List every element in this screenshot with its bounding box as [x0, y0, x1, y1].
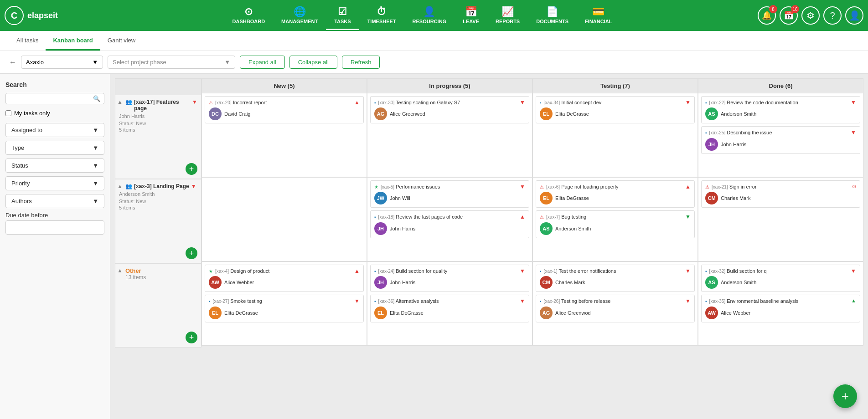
task-xax-20-avatar: DC — [209, 107, 222, 120]
task-xax-6[interactable]: ⚠ [xax-6] Page not loading properly ▲ EL… — [536, 180, 695, 208]
col-done-row1: ▪ [xax-22] Review the code documentation… — [698, 93, 863, 177]
task-xax-4[interactable]: ★ [xax-4] Design of product ▲ AW Alice W… — [205, 265, 364, 292]
task-xax-22-avatar: AS — [705, 107, 718, 120]
collapse-all-button[interactable]: Collapse all — [289, 56, 337, 69]
task-xax-21[interactable]: ⚠ [xax-21] Sign in error ⊙ CM Charles Ma… — [701, 180, 860, 208]
task-xax-1-type-icon: ▪ — [540, 269, 542, 274]
search-icon[interactable]: 🔍 — [93, 95, 100, 102]
due-date-input[interactable] — [5, 220, 104, 235]
tab-gantt-view[interactable]: Gantt view — [100, 31, 143, 51]
logo[interactable]: C elapseit — [5, 6, 87, 25]
group-features-collapse[interactable]: ▲ — [117, 99, 123, 105]
task-xax-35-assignee: Alice Webber — [721, 310, 750, 316]
nav-tasks[interactable]: ☑ TASKS — [326, 1, 359, 30]
task-xax-30-type-icon: ▪ — [374, 100, 376, 105]
task-xax-36[interactable]: ▪ [xax-36] Alternative analysis ▼ EL Eli… — [370, 295, 529, 322]
task-xax-26-user: AG Alice Greenwod — [540, 307, 691, 319]
task-xax-21-title: Sign in error — [729, 184, 757, 189]
main-layout: Search 🔍 My tasks only Assigned to ▼ Typ… — [0, 74, 868, 419]
task-xax-4-assignee: Alice Webber — [224, 280, 254, 285]
task-xax-27[interactable]: ▪ [xax-27] Smoke testing ▼ EL Elita DeGr… — [205, 295, 364, 322]
task-xax-26-title: Testing before release — [561, 298, 610, 304]
refresh-button[interactable]: Refresh — [342, 56, 380, 69]
task-xax-7[interactable]: ⚠ [xax-7] Bug testing ▼ AS Anderson Smit… — [536, 210, 695, 238]
task-xax-22-assignee: Anderson Smith — [721, 111, 756, 117]
notifications-button[interactable]: 🔔 8 — [758, 6, 776, 25]
project-selector[interactable]: Axaxio ▼ — [21, 56, 103, 69]
sidebar-toggle-btn[interactable]: ← — [9, 58, 16, 66]
phase-selector[interactable]: Select project phase ▼ — [108, 56, 235, 69]
task-xax-27-assignee: Elita DeGrasse — [224, 310, 258, 316]
status-filter[interactable]: Status ▼ — [5, 158, 104, 173]
nav-dashboard-label: DASHBOARD — [232, 19, 265, 24]
col-inprogress-cells: ▪ [xax-30] Testing scaling on Galaxy S7 … — [367, 93, 532, 346]
tab-kanban-board[interactable]: Kanban board — [46, 31, 100, 51]
nav-financial[interactable]: 💳 FINANCIAL — [577, 1, 620, 30]
nav-reports[interactable]: 📈 REPORTS — [487, 1, 528, 30]
help-button[interactable]: ? — [823, 6, 842, 25]
task-xax-5-priority: ▼ — [520, 184, 525, 190]
tab-all-tasks[interactable]: All tasks — [9, 31, 46, 51]
group-features-add-btn[interactable]: + — [186, 163, 197, 175]
priority-filter[interactable]: Priority ▼ — [5, 176, 104, 190]
group-landing-add-btn[interactable]: + — [186, 247, 197, 259]
authors-filter[interactable]: Authors ▼ — [5, 194, 104, 208]
task-xax-18[interactable]: ▪ [xax-18] Review the last pages of code… — [370, 210, 529, 238]
task-xax-1-assignee: Charles Mark — [555, 280, 585, 285]
task-xax-22[interactable]: ▪ [xax-22] Review the code documentation… — [701, 96, 860, 123]
task-xax-22-user: AS Anderson Smith — [705, 107, 856, 120]
expand-all-button[interactable]: Expand all — [240, 56, 285, 69]
task-xax-24[interactable]: ▪ [xax-24] Build section for quality ▼ J… — [370, 265, 529, 292]
col-new-row2 — [202, 177, 367, 261]
nav-tasks-label: TASKS — [334, 19, 351, 24]
project-value: Axaxio — [26, 59, 44, 66]
nav-right: 🔔 8 📅 16 ⚙ ? 👤 — [758, 6, 863, 25]
task-xax-26[interactable]: ▪ [xax-26] Testing before release ▼ AG A… — [536, 295, 695, 322]
task-xax-1[interactable]: ▪ [xax-1] Test the error notifications ▼… — [536, 265, 695, 292]
task-xax-20-assignee: David Craig — [224, 111, 250, 117]
nav-dashboard[interactable]: ⊙ DASHBOARD — [224, 1, 274, 30]
group-other-add-btn[interactable]: + — [186, 332, 197, 343]
user-button[interactable]: 👤 — [845, 6, 863, 25]
task-xax-24-title: Build section for quality — [396, 268, 447, 274]
column-new: New (5) ⚠ [xax-20] Incorrect report ▲ — [202, 78, 367, 347]
group-landing-collapse[interactable]: ▲ — [117, 183, 123, 189]
status-arrow-icon: ▼ — [93, 162, 98, 169]
task-xax-20[interactable]: ⚠ [xax-20] Incorrect report ▲ DC David C… — [205, 96, 364, 123]
nav-leave[interactable]: 📅 LEAVE — [455, 1, 487, 30]
task-xax-30[interactable]: ▪ [xax-30] Testing scaling on Galaxy S7 … — [370, 96, 529, 123]
filter-bar: ← Axaxio ▼ Select project phase ▼ Expand… — [0, 51, 868, 74]
nav-documents[interactable]: 📄 DOCUMENTS — [528, 1, 577, 30]
task-xax-32[interactable]: ▪ [xax-32] Build section for q ▼ AS Ande… — [701, 265, 860, 292]
task-xax-34[interactable]: ▪ [xax-34] Initial concept dev ▼ EL Elit… — [536, 96, 695, 123]
task-xax-24-user: JH John Harris — [374, 276, 525, 289]
nav-timesheet[interactable]: ⏱ TIMESHEET — [359, 1, 404, 30]
group-landing-page: ▲ 👥 [xax-3] Landing Page ▼ Anderson Smit… — [115, 179, 202, 263]
task-xax-5-id: [xax-5] — [381, 184, 394, 189]
task-xax-27-title: Smoke testing — [230, 298, 262, 304]
task-xax-32-avatar: AS — [705, 276, 718, 289]
task-xax-35[interactable]: ▪ [xax-35] Environmental baseline analys… — [701, 295, 860, 322]
task-xax-5[interactable]: ★ [xax-5] Performance issues ▼ JW John W… — [370, 180, 529, 208]
task-xax-25-user: JH John Harris — [705, 138, 856, 151]
settings-button[interactable]: ⚙ — [801, 6, 820, 25]
global-add-button[interactable]: + — [833, 384, 857, 408]
tasks-icon: ☑ — [338, 6, 347, 18]
task-xax-25[interactable]: ▪ [xax-25] Describing the issue ▼ JH Joh… — [701, 126, 860, 153]
nav-resourcing[interactable]: 👤 RESOURCING — [404, 1, 455, 30]
my-tasks-checkbox[interactable] — [5, 110, 11, 116]
task-xax-7-user: AS Anderson Smith — [540, 222, 691, 235]
task-xax-26-id: [xax-26] — [544, 299, 560, 304]
search-input[interactable] — [10, 95, 93, 102]
type-filter[interactable]: Type ▼ — [5, 141, 104, 155]
col-done-cells: ▪ [xax-22] Review the code documentation… — [698, 93, 863, 346]
calendar-button[interactable]: 📅 16 — [780, 6, 798, 25]
task-xax-20-user: DC David Craig — [209, 107, 360, 120]
group-features-count: 5 items — [119, 127, 197, 133]
nav-management[interactable]: 🌐 MANAGEMENT — [273, 1, 326, 30]
task-xax-32-title: Build section for q — [727, 268, 766, 274]
group-other-collapse[interactable]: ▲ — [117, 267, 123, 274]
task-xax-6-priority: ▲ — [685, 184, 691, 190]
assigned-to-filter[interactable]: Assigned to ▼ — [5, 123, 104, 137]
group-other-count: 13 items — [119, 274, 197, 281]
